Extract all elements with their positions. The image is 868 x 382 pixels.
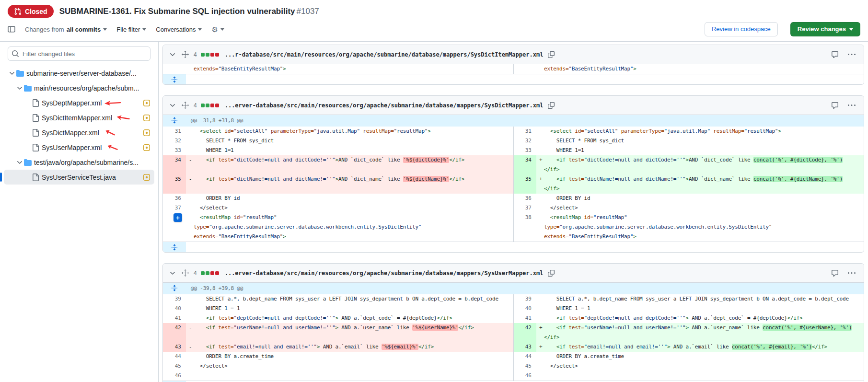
conversations-dropdown[interactable]: Conversations (156, 26, 202, 33)
code-line: <if test="dictName!=null and dictName!='… (544, 174, 864, 194)
code-segment: <if (556, 157, 566, 163)
code-segment: AND a.`dept_code` = #{deptCode} (689, 315, 787, 321)
copy-path-button[interactable] (547, 101, 556, 110)
review-in-codespace-button[interactable]: Review in codespace (705, 22, 778, 36)
diffstat-squares (201, 53, 219, 57)
line-number: 37 (163, 203, 186, 213)
code-line: <select id="selectAll" parameterType="ja… (194, 127, 513, 136)
code-line: <if test="dictCode!=null and dictCode!='… (544, 155, 864, 174)
tree-file-sysdeptmapper-xml[interactable]: SysDeptMapper.xml (4, 95, 154, 110)
tree-file-sysusermapper-xml[interactable]: SysUserMapper.xml (4, 140, 154, 155)
code-line-wrap: - <if test="dictCode!=null and dictCode!… (186, 155, 513, 165)
tree-folder-main-resources-org-apache-subm[interactable]: main/resources/org/apache/subm... (4, 81, 154, 95)
diff-row: 36 ORDER BY id36 ORDER BY id (163, 194, 864, 203)
kebab-menu-icon[interactable] (847, 268, 856, 278)
diff-sign (536, 203, 544, 213)
chevron-down-icon[interactable] (15, 159, 24, 166)
drag-handle-icon[interactable] (181, 50, 189, 58)
code-segment (544, 128, 550, 134)
code-cell: ORDER BY id (186, 194, 513, 203)
code-line-wrap: </select> (536, 361, 864, 371)
diffstat-square-add (206, 53, 209, 57)
hunk-header: @@ -39,8 +39,8 @@ (186, 283, 864, 294)
code-segment: "email!=null and email!=''" (234, 344, 317, 350)
file-path-link[interactable]: ...erver-database/src/main/resources/org… (225, 270, 544, 277)
tree-item-label: SysUserMapper.xml (42, 144, 102, 151)
tree-file-sysuserservicetest-java[interactable]: SysUserServiceTest.java (4, 170, 154, 185)
code-cell: <select id="selectAll" parameterType="ja… (536, 127, 864, 136)
code-line: extends="BaseEntityResultMap"> (544, 64, 864, 74)
code-segment: AND `dict_code` like (338, 157, 403, 163)
changes-from-dropdown[interactable]: Changes from all commits (25, 26, 107, 33)
toggle-file-tree-button[interactable] (8, 25, 15, 33)
annotation-arrow-icon (106, 143, 119, 152)
changed-lines-count: 4 (194, 51, 197, 58)
collapse-file-button[interactable] (168, 268, 177, 278)
chevron-down-icon[interactable] (15, 84, 24, 92)
copy-path-button[interactable] (547, 269, 556, 278)
diff-settings-dropdown[interactable]: ⚙ (211, 26, 224, 33)
chevron-down-icon[interactable] (8, 69, 16, 77)
tree-file-sysdictmapper-xml[interactable]: SysDictMapper.xml (4, 125, 154, 140)
file-filter-input[interactable] (8, 46, 150, 61)
code-segment: AND a.`dept_code` = #{deptCode} (338, 315, 437, 321)
line-number: 46 (163, 371, 186, 381)
comment-icon[interactable] (830, 268, 840, 278)
file-path-link[interactable]: ...r-database/src/main/resources/org/apa… (225, 51, 544, 58)
code-segment: WHERE 1 = 1 (544, 305, 590, 312)
collapse-file-button[interactable] (168, 50, 177, 59)
line-number: 38 (513, 213, 536, 242)
tree-folder-test-java-org-apache-submarine-s[interactable]: test/java/org/apache/submarine/s... (4, 155, 154, 170)
review-changes-button[interactable]: Review changes (790, 22, 860, 36)
collapse-file-button[interactable] (168, 101, 177, 110)
code-segment: </select> (194, 363, 228, 369)
diffstat-square-add (201, 53, 205, 57)
drag-handle-icon[interactable] (181, 269, 189, 277)
diff-sign (536, 304, 544, 313)
code-segment (194, 128, 200, 134)
code-segment: </if> (449, 176, 464, 182)
code-line-wrap: WHERE 1 = 1 (186, 304, 513, 313)
code-segment: concat('%', #{userName}, '%') (763, 324, 852, 331)
file-modified-icon (143, 99, 150, 107)
file-path-link[interactable]: ...erver-database/src/main/resources/org… (225, 102, 544, 109)
code-segment: <if (556, 176, 566, 182)
diff-row: 41 <if test="deptCode!=null and deptCode… (163, 313, 864, 323)
code-segment: <if (556, 324, 566, 331)
tree-file-sysdictitemmapper-xml[interactable]: SysDictItemMapper.xml (4, 110, 154, 125)
comment-icon[interactable] (830, 101, 840, 110)
code-segment: id= (575, 128, 584, 134)
diff-sign: + (536, 323, 544, 342)
changed-lines-count: 4 (194, 270, 197, 277)
code-segment (194, 214, 200, 220)
code-segment: concat('%', #{dictName}, '%') (753, 176, 843, 182)
code-segment: test= (218, 176, 233, 182)
code-cell: <resultMap id="resultMap" type="org.apac… (186, 213, 513, 242)
tree-item-label: SysUserServiceTest.java (42, 174, 116, 181)
tree-folder-submarine-server-server-database[interactable]: submarine-server/server-database/... (4, 66, 154, 81)
expand-diff-button[interactable] (163, 242, 186, 252)
file-filter-dropdown[interactable]: File filter (116, 26, 146, 33)
diffstat-square-del (210, 104, 214, 107)
code-cell: SELECT a.*, b.dept_name FROM sys_user a … (536, 294, 864, 304)
code-cell: - <if test="email!=null and email!=''"> … (186, 342, 513, 352)
expand-hunk-button[interactable] (163, 283, 186, 293)
code-cell: ORDER BY a.create_time (186, 352, 513, 361)
drag-handle-icon[interactable] (181, 101, 189, 109)
diff-table: @@ -31,8 +31,8 @@31 <select id="selectAl… (163, 115, 864, 242)
diff-sign (186, 136, 194, 146)
code-line: SELECT * FROM sys_dict (194, 136, 513, 146)
file-filter-box (8, 46, 150, 61)
diff-sign: - (186, 155, 194, 165)
add-line-comment-button[interactable]: + (174, 213, 182, 222)
code-segment: > (633, 233, 636, 240)
code-segment: "org.apache.submarine.server.database.wo… (209, 224, 421, 230)
expand-hunk-button[interactable] (163, 115, 186, 126)
code-segment: </select> (544, 363, 578, 369)
kebab-menu-icon[interactable] (847, 50, 856, 59)
kebab-menu-icon[interactable] (847, 101, 856, 110)
code-cell: + <if test="userName!=null and userName!… (536, 323, 864, 342)
comment-icon[interactable] (830, 50, 840, 59)
expand-diff-button[interactable] (163, 74, 186, 84)
copy-path-button[interactable] (547, 50, 556, 59)
